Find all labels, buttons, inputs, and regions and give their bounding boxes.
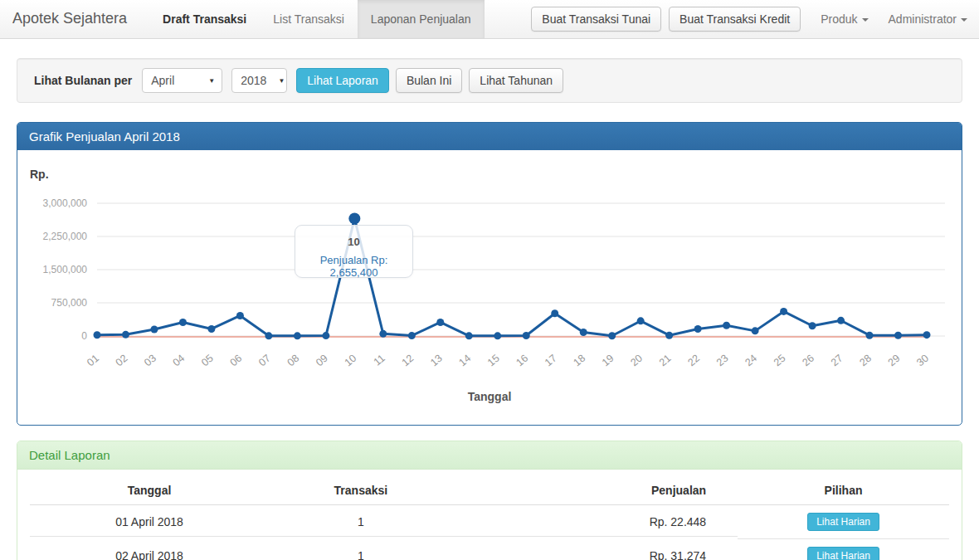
x-axis-title: Tanggal <box>17 390 962 403</box>
data-point-01[interactable] <box>94 331 101 338</box>
x-tick-label: 21 <box>657 353 674 369</box>
lihat-harian-button[interactable]: Lihat Harian <box>807 547 879 560</box>
x-tick-label: 10 <box>343 353 359 369</box>
data-point-29[interactable] <box>894 332 902 339</box>
data-point-20[interactable] <box>637 317 645 324</box>
x-tick-label: 14 <box>457 353 474 369</box>
buat-transaksi-kredit-button[interactable]: Buat Transaksi Kredit <box>669 7 801 32</box>
nav-item-laponan-penjualan[interactable]: Laponan Penjualan <box>358 0 485 38</box>
cell-pilihan: Lihat Harian <box>738 505 949 539</box>
month-select-value: April <box>151 74 174 87</box>
data-point-03[interactable] <box>150 326 158 334</box>
app-brand[interactable]: Apotek Sejahtera <box>0 0 139 38</box>
data-point-16[interactable] <box>523 332 530 339</box>
x-tick-label: 09 <box>314 353 330 369</box>
data-point-17[interactable] <box>551 309 558 317</box>
year-select-value: 2018 <box>241 74 266 87</box>
y-tick-label: 2,250,000 <box>43 231 88 242</box>
x-tick-label: 19 <box>600 353 616 369</box>
data-point-25[interactable] <box>780 308 787 315</box>
x-tick-label: 20 <box>628 353 645 369</box>
x-tick-label: 06 <box>228 353 245 369</box>
nav-item-list-transaksi[interactable]: List Transaksi <box>260 0 358 38</box>
y-tick-label: 1,500,000 <box>43 264 88 275</box>
caret-down-icon <box>961 18 967 22</box>
data-point-02[interactable] <box>122 331 129 338</box>
data-point-27[interactable] <box>837 317 845 324</box>
data-point-24[interactable] <box>752 327 759 334</box>
x-tick-label: 25 <box>772 353 788 369</box>
chart-panel: Grafik Penjualan April 2018 Rp. 0750,000… <box>17 122 962 426</box>
tooltip-day: 10 <box>295 236 412 248</box>
data-point-07[interactable] <box>265 332 272 339</box>
chart-tooltip: 10 Penjualan Rp: 2,655,400 <box>295 225 413 278</box>
data-point-06[interactable] <box>236 312 244 319</box>
x-tick-label: 18 <box>571 353 587 369</box>
year-select[interactable]: 2018 ▼ <box>231 68 287 93</box>
lihat-tahunan-button[interactable]: Lihat Tahunan <box>469 68 563 93</box>
data-point-15[interactable] <box>494 332 501 339</box>
column-header-penjualan: Penjualan <box>453 477 738 505</box>
lihat-harian-button[interactable]: Lihat Harian <box>807 513 879 531</box>
x-tick-label: 23 <box>714 353 731 369</box>
cell-penjualan: Rp. 22.448 <box>453 508 738 537</box>
bulan-ini-button[interactable]: Bulan Ini <box>396 68 462 93</box>
x-tick-label: 24 <box>743 353 759 369</box>
data-point-08[interactable] <box>294 332 301 339</box>
data-point-09[interactable] <box>322 332 329 339</box>
y-tick-label: 3,000,000 <box>43 197 88 209</box>
data-point-23[interactable] <box>723 322 730 329</box>
cell-tanggal: 01 April 2018 <box>30 508 269 537</box>
navbar: Apotek Sejahtera Draft TransaksiList Tra… <box>0 0 979 39</box>
x-tick-label: 28 <box>857 353 874 369</box>
produk-dropdown-label: Produk <box>821 12 857 26</box>
x-tick-label: 02 <box>114 353 130 369</box>
cell-tanggal: 02 April 2018 <box>30 542 269 560</box>
chart-body: Rp. 0750,0001,500,0002,250,0003,000,0000… <box>17 150 962 425</box>
detail-panel-title: Detail Laporan <box>17 441 962 470</box>
month-select[interactable]: April ▼ <box>142 68 222 93</box>
data-point-04[interactable] <box>179 319 187 326</box>
navbar-right: Buat Transaksi Tunai Buat Transaksi Kred… <box>524 0 979 38</box>
x-tick-label: 03 <box>142 353 158 369</box>
data-point-11[interactable] <box>379 330 387 338</box>
x-tick-label: 22 <box>685 353 702 369</box>
cell-penjualan: Rp. 31.274 <box>453 542 738 560</box>
data-point-30[interactable] <box>923 331 931 338</box>
data-point-13[interactable] <box>436 319 444 326</box>
x-tick-label: 17 <box>543 353 559 369</box>
lihat-laporan-button[interactable]: Lihat Laporan <box>296 68 389 93</box>
x-tick-label: 16 <box>514 353 531 369</box>
produk-dropdown[interactable]: Produk <box>821 12 868 26</box>
data-point-26[interactable] <box>809 322 816 329</box>
x-tick-label: 01 <box>85 353 101 369</box>
data-point-18[interactable] <box>580 329 587 336</box>
data-point-12[interactable] <box>408 332 416 339</box>
data-point-05[interactable] <box>207 325 215 333</box>
data-point-10[interactable] <box>348 212 360 224</box>
sales-line-chart: 0750,0001,500,0002,250,0003,000,00001020… <box>17 150 962 387</box>
filter-label: Lihat Bulanan per <box>34 74 132 87</box>
data-point-22[interactable] <box>694 325 702 333</box>
y-tick-label: 750,000 <box>51 297 88 309</box>
chart-panel-title: Grafik Penjualan April 2018 <box>17 123 962 150</box>
select-caret-icon: ▼ <box>278 77 285 85</box>
column-header-pilihan: Pilihan <box>738 477 949 505</box>
data-point-28[interactable] <box>866 332 874 339</box>
data-point-19[interactable] <box>608 332 616 339</box>
administrator-dropdown[interactable]: Administrator <box>889 12 967 26</box>
data-point-21[interactable] <box>665 332 673 339</box>
x-tick-label: 26 <box>800 353 816 369</box>
x-tick-label: 13 <box>428 353 445 369</box>
filter-bar: Lihat Bulanan per April ▼ 2018 ▼ Lihat L… <box>17 58 962 103</box>
x-tick-label: 27 <box>829 353 845 369</box>
administrator-dropdown-label: Administrator <box>889 12 957 26</box>
nav-item-draft-transaksi[interactable]: Draft Transaksi <box>149 0 260 38</box>
data-point-14[interactable] <box>465 332 473 339</box>
buat-transaksi-tunai-button[interactable]: Buat Transaksi Tunai <box>531 7 661 32</box>
caret-down-icon <box>862 18 869 22</box>
column-header-tanggal: Tanggal <box>30 477 269 505</box>
x-tick-label: 07 <box>256 353 273 369</box>
x-tick-label: 04 <box>171 353 188 369</box>
x-tick-label: 08 <box>285 353 302 369</box>
